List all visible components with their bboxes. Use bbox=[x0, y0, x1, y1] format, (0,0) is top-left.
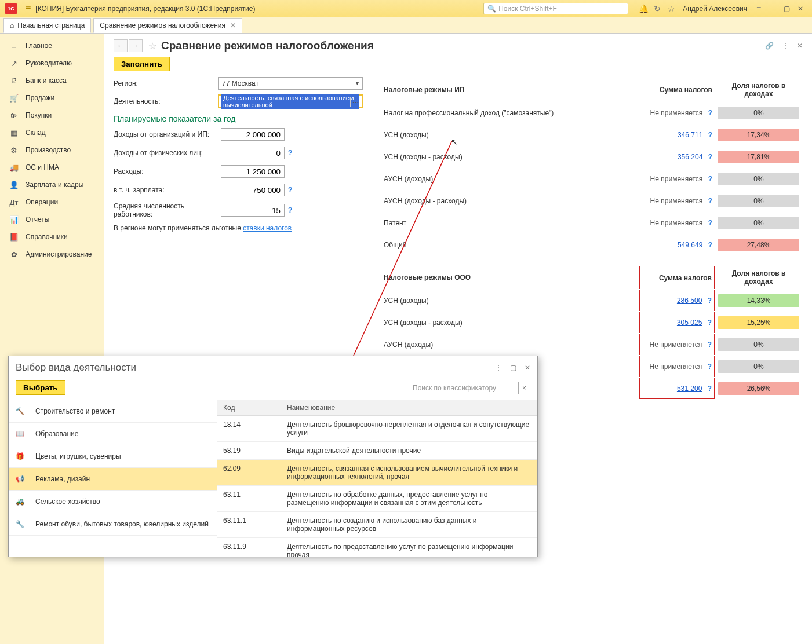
star-icon[interactable]: ☆ bbox=[665, 4, 677, 13]
help-icon[interactable]: ? bbox=[708, 241, 712, 249]
category-item[interactable]: 🔨Строительство и ремонт bbox=[9, 400, 217, 423]
link-icon[interactable]: 🔗 bbox=[765, 42, 774, 50]
maximize-button[interactable]: ▢ bbox=[780, 5, 793, 13]
category-item[interactable]: 📢Реклама, дизайн bbox=[9, 468, 217, 491]
help-icon[interactable]: ? bbox=[288, 149, 292, 157]
help-icon[interactable]: ? bbox=[708, 153, 712, 161]
close-window-button[interactable]: ✕ bbox=[793, 5, 807, 13]
col-tax: Сумма налогов bbox=[639, 78, 715, 101]
sidebar-item-5[interactable]: ▦Склад bbox=[0, 124, 104, 141]
activity-row[interactable]: 63.11Деятельность по обработке данных, п… bbox=[217, 486, 537, 512]
activity-row[interactable]: 18.14Деятельность брошюровочно-переплетн… bbox=[217, 416, 537, 442]
activity-name: Деятельность брошюровочно-переплетная и … bbox=[281, 416, 537, 441]
category-item[interactable]: 🔧Ремонт обуви, бытовых товаров, ювелирны… bbox=[9, 513, 217, 536]
sidebar-item-3[interactable]: 🛒Продажи bbox=[0, 89, 104, 107]
settings-icon[interactable]: ≡ bbox=[753, 4, 764, 13]
dialog-close-icon[interactable]: ✕ bbox=[525, 364, 530, 372]
sidebar-item-2[interactable]: ₽Банк и касса bbox=[0, 72, 104, 89]
help-icon[interactable]: ? bbox=[708, 341, 712, 349]
sidebar-item-11[interactable]: 📕Справочники bbox=[0, 228, 104, 246]
help-icon[interactable]: ? bbox=[708, 297, 712, 305]
sidebar-label: Покупки bbox=[26, 111, 52, 119]
activity-row[interactable]: 63.11.9Деятельность по предоставлению ус… bbox=[217, 538, 537, 557]
region-value: 77 Москва г bbox=[222, 79, 260, 87]
favorite-icon[interactable]: ☆ bbox=[148, 41, 156, 52]
sidebar-item-7[interactable]: 🚚ОС и НМА bbox=[0, 159, 104, 176]
activity-label: Деятельность: bbox=[114, 97, 218, 105]
search-icon: 🔍 bbox=[487, 5, 496, 13]
sidebar-item-0[interactable]: ≡Главное bbox=[0, 37, 104, 54]
headcount-input[interactable] bbox=[221, 204, 285, 217]
close-page-icon[interactable]: ✕ bbox=[797, 42, 803, 50]
sidebar-icon: ₽ bbox=[8, 76, 20, 85]
dialog-select-button[interactable]: Выбрать bbox=[16, 380, 65, 395]
tab-home[interactable]: ⌂ Начальная страница bbox=[3, 18, 91, 33]
tax-amount-link[interactable]: 549 649 bbox=[678, 241, 702, 249]
regime-name: Налог на профессиональный доход ("самоза… bbox=[381, 103, 638, 123]
minimize-button[interactable]: — bbox=[766, 5, 780, 13]
tab-active[interactable]: Сравнение режимов налогообложения ✕ bbox=[93, 18, 242, 33]
help-icon[interactable]: ? bbox=[708, 197, 712, 205]
sidebar-item-4[interactable]: 🛍Покупки bbox=[0, 107, 104, 124]
sidebar-item-9[interactable]: ДтОперации bbox=[0, 193, 104, 211]
dialog-maximize-icon[interactable]: ▢ bbox=[510, 364, 516, 372]
help-icon[interactable]: ? bbox=[708, 363, 712, 371]
fill-button[interactable]: Заполнить bbox=[114, 57, 170, 71]
user-name[interactable]: Андрей Алексеевич bbox=[683, 5, 747, 13]
help-icon[interactable]: ? bbox=[708, 219, 712, 227]
tax-amount-link[interactable]: 531 200 bbox=[677, 385, 702, 393]
category-item[interactable]: 🎁Цветы, игрушки, сувениры bbox=[9, 445, 217, 468]
region-select[interactable]: 77 Москва г ▼ bbox=[218, 77, 363, 90]
main-menu-icon[interactable]: ≡ bbox=[26, 3, 31, 14]
tab-home-label: Начальная страница bbox=[17, 21, 85, 30]
regime-name: Патент bbox=[381, 213, 638, 233]
activity-row[interactable]: 63.11.1Деятельность по созданию и исполь… bbox=[217, 512, 537, 538]
help-icon[interactable]: ? bbox=[288, 206, 292, 214]
category-item[interactable]: 📖Образование bbox=[9, 423, 217, 445]
table-row: АУСН (доходы)Не применяется ?0% bbox=[381, 334, 802, 355]
help-icon[interactable]: ? bbox=[708, 131, 712, 139]
category-icon: 🎁 bbox=[16, 452, 30, 460]
activity-grid: 18.14Деятельность брошюровочно-переплетн… bbox=[217, 416, 537, 557]
tax-amount-link[interactable]: 356 204 bbox=[678, 153, 702, 161]
dialog-search-placeholder: Поиск по классификатору bbox=[413, 384, 496, 392]
sidebar-item-8[interactable]: 👤Зарплата и кадры bbox=[0, 176, 104, 193]
activity-row[interactable]: 58.19Виды издательской деятельности проч… bbox=[217, 442, 537, 460]
dialog-more-icon[interactable]: ⋮ bbox=[495, 364, 502, 372]
sidebar-item-6[interactable]: ⚙Производство bbox=[0, 141, 104, 159]
global-search-input[interactable]: 🔍 Поиск Ctrl+Shift+F bbox=[483, 3, 628, 14]
chevron-down-icon[interactable]: ▼ bbox=[352, 78, 362, 89]
tax-rates-link[interactable]: ставки налогов bbox=[243, 224, 292, 232]
help-icon[interactable]: ? bbox=[288, 186, 292, 194]
nav-forward-button[interactable]: → bbox=[129, 39, 143, 52]
activity-input[interactable]: Деятельность, связанная с использованием… bbox=[218, 94, 363, 108]
tax-amount-link[interactable]: 346 711 bbox=[678, 131, 702, 139]
tab-close-icon[interactable]: ✕ bbox=[230, 21, 236, 30]
activity-row[interactable]: 62.09Деятельность, связанная с использов… bbox=[217, 460, 537, 486]
income-phys-input[interactable] bbox=[221, 147, 285, 159]
nav-back-button[interactable]: ← bbox=[114, 39, 128, 52]
help-icon[interactable]: ? bbox=[708, 319, 712, 327]
sidebar-item-1[interactable]: ↗Руководителю bbox=[0, 54, 104, 72]
activity-name: Деятельность, связанная с использованием… bbox=[281, 460, 537, 485]
category-item[interactable]: 🚜Сельское хозяйство bbox=[9, 491, 217, 513]
sidebar-item-12[interactable]: ✿Администрирование bbox=[0, 246, 104, 263]
activity-name: Деятельность по обработке данных, предос… bbox=[281, 486, 537, 511]
more-icon[interactable]: ⋮ bbox=[782, 42, 789, 50]
income-org-input[interactable] bbox=[221, 128, 285, 141]
salary-input[interactable] bbox=[221, 184, 285, 196]
tax-amount-link[interactable]: 286 500 bbox=[677, 297, 702, 305]
history-icon[interactable]: ↻ bbox=[651, 4, 663, 13]
sidebar-item-10[interactable]: 📊Отчеты bbox=[0, 211, 104, 228]
help-icon[interactable]: ? bbox=[708, 175, 712, 183]
help-icon[interactable]: ? bbox=[708, 385, 712, 393]
dialog-search-input[interactable]: Поиск по классификатору bbox=[409, 382, 519, 394]
help-icon[interactable]: ? bbox=[708, 109, 712, 117]
sidebar-label: Производство bbox=[26, 146, 71, 154]
expenses-input[interactable] bbox=[221, 165, 285, 178]
dialog-search-clear[interactable]: × bbox=[519, 382, 530, 394]
bell-icon[interactable]: 🔔 bbox=[638, 4, 649, 13]
tax-amount-link[interactable]: 305 025 bbox=[677, 319, 702, 327]
share-badge: 17,34% bbox=[718, 129, 799, 141]
activity-picker-button[interactable]: … bbox=[350, 97, 361, 107]
